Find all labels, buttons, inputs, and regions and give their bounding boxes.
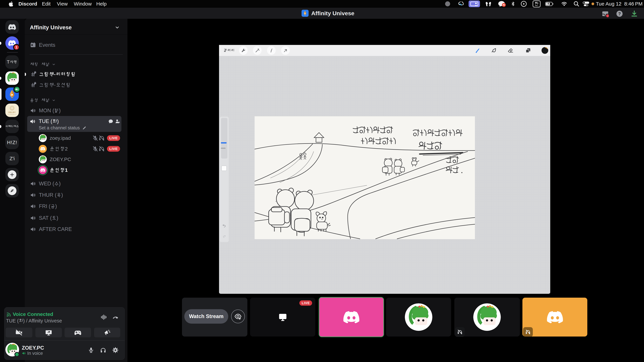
svg-text:EST PREMIUM 2020: EST PREMIUM 2020 [8,114,16,115]
svg-text:?: ? [618,11,621,16]
svg-text:VELDY: VELDY [8,111,16,113]
svg-text:N: N [503,3,505,6]
